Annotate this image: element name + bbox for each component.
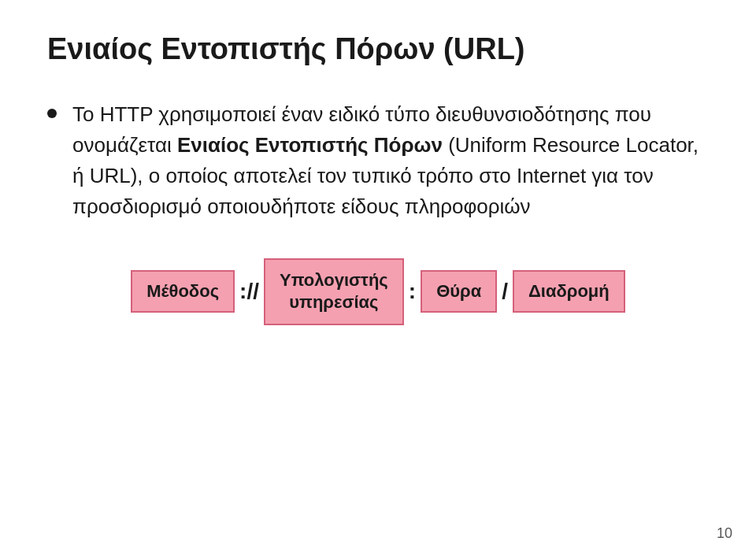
url-box-diadromi: Διαδρομή: [513, 270, 625, 313]
url-box-ypollogistis: Υπολογιστήςυπηρεσίας: [264, 258, 404, 325]
page-number: 10: [717, 525, 732, 542]
url-box-thyra: Θύρα: [421, 270, 497, 313]
slide-title: Ενιαίος Εντοπιστής Πόρων (URL): [47, 32, 709, 68]
bullet-item: Το HTTP χρησιμοποιεί έναν ειδικό τύπο δι…: [47, 99, 709, 222]
slide-container: Ενιαίος Εντοπιστής Πόρων (URL) Το HTTP χ…: [0, 0, 756, 556]
url-sep-2: :: [404, 279, 421, 304]
url-diagram: Μέθοδος :// Υπολογιστήςυπηρεσίας : Θύρα …: [47, 258, 709, 325]
bullet-text: Το HTTP χρησιμοποιεί έναν ειδικό τύπο δι…: [72, 99, 709, 222]
bold-term: Ενιαίος Εντοπιστής Πόρων: [177, 133, 443, 157]
slide-content: Το HTTP χρησιμοποιεί έναν ειδικό τύπο δι…: [47, 99, 709, 532]
url-sep-1: ://: [235, 279, 264, 304]
bullet-dot: [47, 109, 57, 118]
url-box-methodos: Μέθοδος: [131, 270, 235, 313]
url-sep-3: /: [497, 279, 513, 304]
